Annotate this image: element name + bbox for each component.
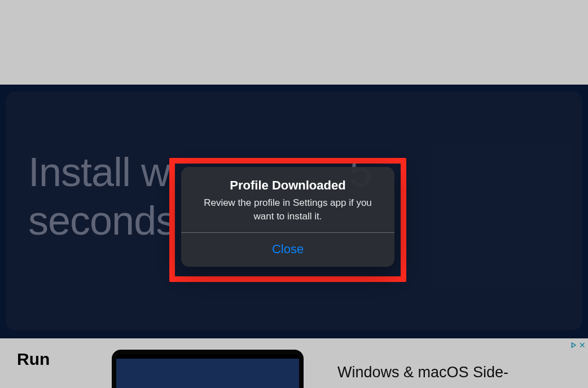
laptop-image [112,350,304,388]
headline-part2: seconds [28,198,175,243]
headline-part1: Install w [28,149,170,195]
alert-body: Profile Downloaded Review the profile in… [181,167,394,232]
ad-marker: ✕ [570,341,586,350]
ad-close-icon[interactable]: ✕ [579,341,586,350]
profile-downloaded-alert: Profile Downloaded Review the profile in… [181,167,394,267]
ad-banner: Run Windows & macOS Side- ✕ [0,338,588,388]
page-header-blank [0,0,588,85]
ad-left-title: Run [17,350,107,369]
adchoices-icon[interactable] [570,341,578,349]
alert-title: Profile Downloaded [192,178,383,193]
alert-message: Review the profile in Settings app if yo… [192,196,383,223]
close-button[interactable]: Close [181,233,394,267]
ad-right-title: Windows & macOS Side- [337,364,508,381]
